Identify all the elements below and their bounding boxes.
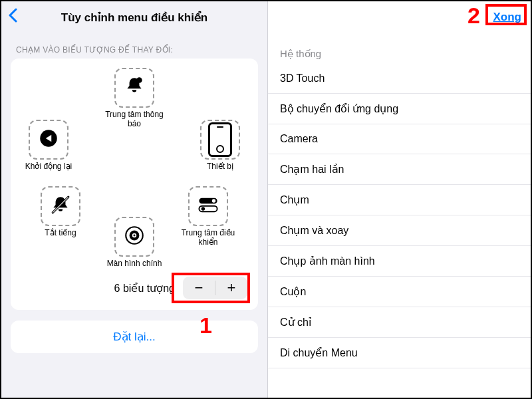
list-item[interactable]: Di chuyển Menu (268, 338, 531, 368)
list-item[interactable]: Chụm và xoay (268, 215, 531, 246)
customize-pane: Tùy chỉnh menu điều khiển CHẠM VÀO BIỂU … (1, 1, 267, 398)
actions-pane: Xong 2 Hệ thống 3D TouchBộ chuyển đổi ứn… (267, 1, 531, 398)
nav-bar: Tùy chỉnh menu điều khiển (1, 1, 267, 33)
list-item[interactable]: Cử chỉ (268, 307, 531, 338)
restart-icon (37, 127, 60, 152)
radial-layout: Trung tâm thông báo Khởi động lại Thiết … (16, 68, 253, 267)
stepper-plus-button[interactable]: + (215, 277, 247, 299)
svg-point-11 (134, 235, 136, 237)
slot-label: Thiết bị (190, 162, 250, 172)
list-item[interactable]: Chạm hai lần (268, 154, 531, 185)
slot-label: Trung tâm thông báo (104, 110, 164, 129)
list-item[interactable]: 3D Touch (268, 64, 531, 94)
slot-notification-center[interactable]: Trung tâm thông báo (104, 68, 164, 129)
annotation-2: 2 (467, 3, 480, 29)
slot-label: Trung tâm điều khiển (178, 229, 238, 247)
svg-point-7 (201, 207, 205, 210)
list-item[interactable]: Chụm (268, 185, 531, 215)
section-hint: CHẠM VÀO BIỂU TƯỢNG ĐỂ THAY ĐỔI: (1, 33, 267, 59)
done-button[interactable]: Xong (493, 11, 522, 24)
slot-home[interactable]: Màn hình chính (104, 217, 164, 269)
icon-count-label: 6 biểu tượng (114, 282, 175, 295)
list-item[interactable]: Chụp ảnh màn hình (268, 246, 531, 277)
actions-list: 3D TouchBộ chuyển đổi ứng dụngCameraChạm… (268, 64, 531, 398)
slot-device[interactable]: Thiết bị (190, 120, 250, 172)
slot-restart[interactable]: Khởi động lại (19, 120, 78, 172)
back-chevron-icon[interactable] (8, 8, 17, 27)
icon-count-stepper: − + (183, 277, 247, 299)
bell-badge-icon (123, 75, 146, 100)
device-phone-icon (208, 122, 232, 157)
slot-label: Tắt tiếng (31, 229, 90, 238)
list-item[interactable]: Bộ chuyển đổi ứng dụng (268, 94, 531, 124)
nav-bar-right: Xong 2 (268, 1, 531, 33)
icon-grid-card: Trung tâm thông báo Khởi động lại Thiết … (11, 59, 258, 310)
list-item[interactable]: Camera (268, 124, 531, 154)
stepper-minus-button[interactable]: − (183, 277, 215, 299)
toggles-icon (197, 194, 219, 219)
reset-label: Đặt lại... (113, 331, 155, 343)
reset-button[interactable]: Đặt lại... (11, 321, 258, 353)
slot-label: Khởi động lại (19, 162, 78, 172)
slot-control-center[interactable]: Trung tâm điều khiển (178, 186, 238, 247)
slot-label: Màn hình chính (104, 259, 164, 269)
bell-slash-icon (49, 194, 72, 219)
home-target-icon (123, 224, 146, 249)
svg-point-5 (212, 199, 215, 202)
list-item[interactable]: Cuộn (268, 277, 531, 307)
svg-point-0 (136, 77, 142, 83)
icon-count-row: 6 biểu tượng − + (21, 277, 247, 299)
slot-mute[interactable]: Tắt tiếng (31, 186, 90, 238)
page-title: Tùy chỉnh menu điều khiển (61, 11, 208, 25)
list-group-header: Hệ thống (268, 33, 531, 64)
